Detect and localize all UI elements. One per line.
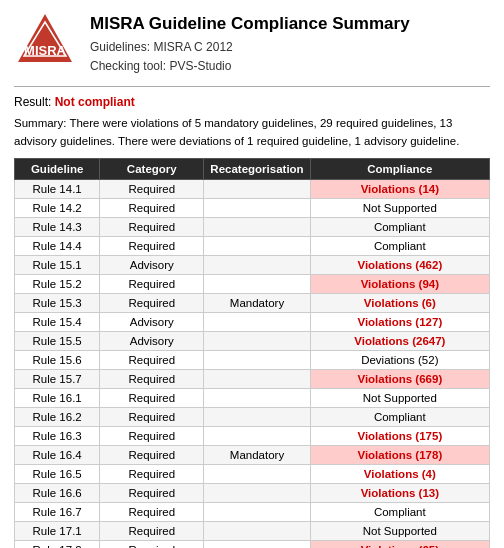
cell-compliance: Compliant <box>310 236 489 255</box>
cell-recategorization <box>204 217 310 236</box>
cell-compliance: Violations (6) <box>310 293 489 312</box>
table-row: Rule 15.4 Advisory Violations (127) <box>15 312 490 331</box>
cell-guideline: Rule 16.2 <box>15 407 100 426</box>
cell-guideline: Rule 14.4 <box>15 236 100 255</box>
result-label: Result: <box>14 95 51 109</box>
cell-category: Required <box>100 217 204 236</box>
cell-compliance: Violations (13) <box>310 483 489 502</box>
cell-guideline: Rule 17.1 <box>15 521 100 540</box>
tool-line: Checking tool: PVS-Studio <box>90 57 410 76</box>
cell-compliance: Not Supported <box>310 521 489 540</box>
col-header-recategorization: Recategorisation <box>204 158 310 179</box>
cell-compliance: Not Supported <box>310 198 489 217</box>
table-row: Rule 15.3 Required Mandatory Violations … <box>15 293 490 312</box>
cell-guideline: Rule 15.5 <box>15 331 100 350</box>
col-header-category: Category <box>100 158 204 179</box>
guidelines-value: MISRA C 2012 <box>153 40 232 54</box>
cell-compliance: Deviations (52) <box>310 350 489 369</box>
cell-category: Required <box>100 445 204 464</box>
header-text-block: MISRA Guideline Compliance Summary Guide… <box>90 10 410 76</box>
cell-recategorization <box>204 483 310 502</box>
table-row: Rule 16.5 Required Violations (4) <box>15 464 490 483</box>
col-header-compliance: Compliance <box>310 158 489 179</box>
cell-guideline: Rule 15.6 <box>15 350 100 369</box>
cell-category: Required <box>100 388 204 407</box>
tool-value: PVS-Studio <box>169 59 231 73</box>
cell-category: Required <box>100 502 204 521</box>
result-line: Result: Not compliant <box>14 95 490 109</box>
compliance-table: Guideline Category Recategorisation Comp… <box>14 158 490 548</box>
table-header: Guideline Category Recategorisation Comp… <box>15 158 490 179</box>
cell-guideline: Rule 15.7 <box>15 369 100 388</box>
cell-category: Required <box>100 426 204 445</box>
guidelines-line: Guidelines: MISRA C 2012 <box>90 38 410 57</box>
cell-compliance: Violations (4) <box>310 464 489 483</box>
table-row: Rule 15.2 Required Violations (94) <box>15 274 490 293</box>
cell-category: Advisory <box>100 312 204 331</box>
cell-category: Required <box>100 407 204 426</box>
cell-recategorization <box>204 502 310 521</box>
header-row: Guideline Category Recategorisation Comp… <box>15 158 490 179</box>
cell-guideline: Rule 16.1 <box>15 388 100 407</box>
table-body: Rule 14.1 Required Violations (14) Rule … <box>15 179 490 548</box>
cell-recategorization <box>204 198 310 217</box>
cell-guideline: Rule 16.6 <box>15 483 100 502</box>
cell-guideline: Rule 15.1 <box>15 255 100 274</box>
cell-category: Required <box>100 274 204 293</box>
table-row: Rule 16.4 Required Mandatory Violations … <box>15 445 490 464</box>
cell-compliance: Violations (462) <box>310 255 489 274</box>
cell-compliance: Violations (14) <box>310 179 489 198</box>
cell-compliance: Compliant <box>310 217 489 236</box>
cell-recategorization <box>204 369 310 388</box>
header-divider <box>14 86 490 87</box>
cell-compliance: Violations (94) <box>310 274 489 293</box>
cell-recategorization <box>204 350 310 369</box>
cell-recategorization <box>204 426 310 445</box>
cell-category: Required <box>100 464 204 483</box>
cell-recategorization <box>204 331 310 350</box>
cell-recategorization: Mandatory <box>204 445 310 464</box>
cell-category: Required <box>100 293 204 312</box>
cell-compliance: Violations (178) <box>310 445 489 464</box>
table-row: Rule 16.1 Required Not Supported <box>15 388 490 407</box>
cell-compliance: Violations (127) <box>310 312 489 331</box>
cell-recategorization: Mandatory <box>204 293 310 312</box>
cell-compliance: Not Supported <box>310 388 489 407</box>
cell-category: Required <box>100 236 204 255</box>
page-title: MISRA Guideline Compliance Summary <box>90 14 410 34</box>
cell-compliance: Compliant <box>310 502 489 521</box>
cell-recategorization <box>204 236 310 255</box>
cell-category: Required <box>100 540 204 548</box>
cell-guideline: Rule 14.2 <box>15 198 100 217</box>
table-row: Rule 17.1 Required Not Supported <box>15 521 490 540</box>
cell-category: Required <box>100 198 204 217</box>
cell-recategorization <box>204 255 310 274</box>
cell-category: Required <box>100 483 204 502</box>
cell-compliance: Violations (2647) <box>310 331 489 350</box>
cell-guideline: Rule 17.2 <box>15 540 100 548</box>
table-row: Rule 14.2 Required Not Supported <box>15 198 490 217</box>
cell-category: Advisory <box>100 255 204 274</box>
cell-guideline: Rule 14.1 <box>15 179 100 198</box>
cell-guideline: Rule 16.5 <box>15 464 100 483</box>
cell-compliance: Violations (175) <box>310 426 489 445</box>
cell-category: Required <box>100 350 204 369</box>
cell-guideline: Rule 16.7 <box>15 502 100 521</box>
cell-guideline: Rule 16.4 <box>15 445 100 464</box>
cell-category: Required <box>100 369 204 388</box>
cell-recategorization <box>204 540 310 548</box>
cell-guideline: Rule 15.4 <box>15 312 100 331</box>
misra-logo: MISRA <box>14 10 76 75</box>
cell-recategorization <box>204 521 310 540</box>
table-row: Rule 14.1 Required Violations (14) <box>15 179 490 198</box>
table-row: Rule 14.3 Required Compliant <box>15 217 490 236</box>
cell-compliance: Violations (65) <box>310 540 489 548</box>
cell-guideline: Rule 15.2 <box>15 274 100 293</box>
cell-recategorization <box>204 312 310 331</box>
table-row: Rule 15.7 Required Violations (669) <box>15 369 490 388</box>
cell-recategorization <box>204 388 310 407</box>
cell-recategorization <box>204 179 310 198</box>
summary-text: Summary: There were violations of 5 mand… <box>14 115 490 150</box>
cell-compliance: Violations (669) <box>310 369 489 388</box>
cell-guideline: Rule 15.3 <box>15 293 100 312</box>
